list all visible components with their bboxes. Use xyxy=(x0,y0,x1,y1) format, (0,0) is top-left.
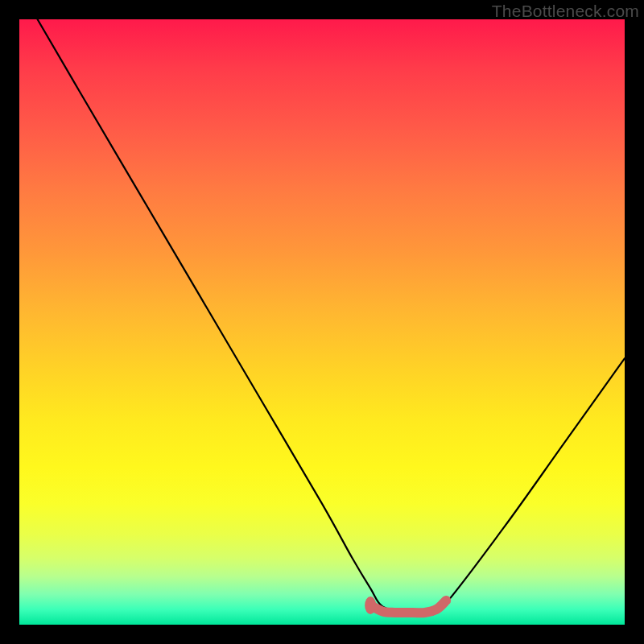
highlight-segment-path xyxy=(370,601,446,613)
chart-svg xyxy=(19,19,625,625)
watermark-text: TheBottleneck.com xyxy=(492,2,639,21)
highlight-marker xyxy=(365,597,376,614)
bottleneck-curve-path xyxy=(38,19,625,614)
chart-frame: TheBottleneck.com xyxy=(0,0,644,644)
plot-area xyxy=(19,19,625,625)
